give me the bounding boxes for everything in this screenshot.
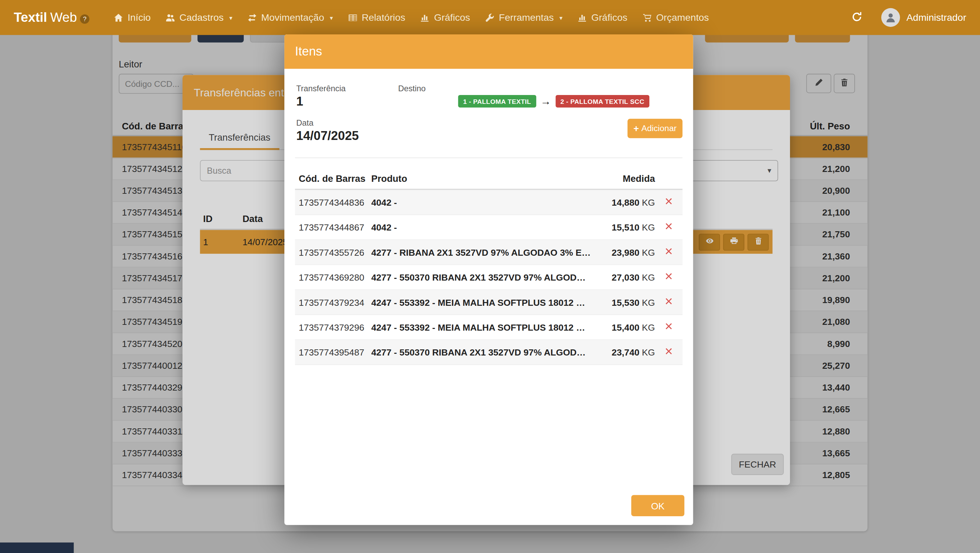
- user-name: Administrador: [907, 12, 966, 23]
- nav-label: Movimentação: [261, 12, 324, 23]
- nav-item-graficos-1[interactable]: Gráficos: [415, 7, 476, 28]
- chart-icon: [578, 13, 587, 22]
- nav-label: Cadastros: [180, 12, 224, 23]
- item-row: 1735774344867 4042 - 15,510KG: [295, 215, 682, 240]
- divider: [295, 158, 682, 158]
- nav-item-orcamentos[interactable]: Orçamentos: [637, 7, 714, 28]
- remove-item-button[interactable]: [655, 272, 683, 282]
- app-root: Leitor s Cód. de Barras Últ. Peso 173577…: [0, 0, 980, 553]
- remove-item-button[interactable]: [655, 297, 683, 307]
- x-icon: [665, 197, 673, 207]
- item-row: 1735774395487 4277 - 550370 RIBANA 2X1 3…: [295, 340, 682, 365]
- nav-right-cluster: Administrador: [848, 8, 966, 27]
- nav-label: Gráficos: [592, 12, 628, 23]
- avatar: [881, 8, 900, 27]
- nav-item-ferramentas[interactable]: Ferramentas ▾: [479, 7, 568, 28]
- nav-item-cadastros[interactable]: Cadastros ▾: [160, 7, 238, 28]
- itens-modal-header: Itens: [284, 34, 693, 69]
- cart-icon: [643, 13, 652, 22]
- brand-light: Web: [50, 10, 77, 25]
- itens-modal-title: Itens: [295, 44, 322, 59]
- nav-label: Orçamentos: [656, 12, 709, 23]
- col-barcode: Cód. de Barras: [299, 173, 371, 184]
- remove-item-button[interactable]: [655, 322, 683, 332]
- origin-badge: 1 - PALLOMA TEXTIL: [458, 95, 536, 108]
- top-navbar: TextilWeb ? Início Cadastros ▾ Movimenta…: [0, 0, 980, 35]
- data-value: 14/07/2025: [296, 129, 359, 143]
- adicionar-button[interactable]: + Adicionar: [628, 119, 683, 138]
- destino-badges: 1 - PALLOMA TEXTIL → 2 - PALLOMA TEXTIL …: [458, 95, 649, 108]
- x-icon: [665, 323, 673, 332]
- nav-label: Ferramentas: [499, 12, 554, 23]
- item-row: 1735774344836 4042 - 14,880KG: [295, 190, 682, 215]
- transferencia-label: Transferência: [296, 84, 345, 93]
- refresh-button[interactable]: [848, 10, 867, 24]
- item-row: 1735774355726 4277 - RIBANA 2X1 3527VD 9…: [295, 240, 682, 265]
- item-row: 1735774379296 4247 - 553392 - MEIA MALHA…: [295, 315, 682, 340]
- chart-icon: [420, 13, 430, 22]
- remove-item-button[interactable]: [655, 347, 683, 358]
- col-measure: Medida: [602, 173, 655, 184]
- help-icon[interactable]: ?: [80, 14, 89, 24]
- exchange-icon: [248, 13, 257, 22]
- itens-table: Cód. de Barras Produto Medida 1735774344…: [295, 167, 682, 365]
- nav-item-relatorios[interactable]: Relatórios: [342, 7, 410, 28]
- adicionar-label: Adicionar: [641, 124, 676, 133]
- data-label: Data: [296, 118, 313, 128]
- itens-table-header: Cód. de Barras Produto Medida: [295, 167, 682, 190]
- x-icon: [665, 222, 673, 232]
- wrench-icon: [485, 13, 495, 22]
- destino-label: Destino: [398, 84, 426, 93]
- refresh-icon: [852, 11, 863, 24]
- caret-down-icon: ▾: [329, 14, 332, 21]
- nav-label: Gráficos: [434, 12, 470, 23]
- user-menu[interactable]: Administrador: [881, 8, 966, 27]
- plus-icon: +: [633, 123, 639, 134]
- x-icon: [665, 298, 673, 307]
- ok-button[interactable]: OK: [631, 495, 684, 516]
- users-icon: [166, 13, 175, 22]
- remove-item-button[interactable]: [655, 197, 683, 207]
- nav-label: Início: [128, 12, 151, 23]
- home-icon: [114, 13, 123, 22]
- nav-menu: Início Cadastros ▾ Movimentação ▾ Relató…: [108, 7, 715, 28]
- caret-down-icon: ▾: [560, 14, 563, 21]
- x-icon: [665, 272, 673, 282]
- nav-item-movimentacao[interactable]: Movimentação ▾: [242, 7, 339, 28]
- itens-rows: 1735774344836 4042 - 14,880KG 1735774344…: [295, 190, 682, 365]
- itens-modal: Itens Transferência 1 Destino 1 - PALLOM…: [284, 34, 693, 525]
- nav-item-graficos-2[interactable]: Gráficos: [572, 7, 633, 28]
- brand-bold: Textil: [14, 10, 47, 25]
- remove-item-button[interactable]: [655, 247, 683, 257]
- item-row: 1735774369280 4277 - 550370 RIBANA 2X1 3…: [295, 265, 682, 290]
- item-row: 1735774379234 4247 - 553392 - MEIA MALHA…: [295, 290, 682, 315]
- caret-down-icon: ▾: [229, 14, 232, 21]
- nav-label: Relatórios: [362, 12, 405, 23]
- brand-logo[interactable]: TextilWeb ?: [14, 10, 89, 25]
- itens-modal-body: Transferência 1 Destino 1 - PALLOMA TEXT…: [284, 69, 693, 525]
- destination-badge: 2 - PALLOMA TEXTIL SCC: [555, 95, 649, 108]
- col-product: Produto: [371, 173, 602, 184]
- report-icon: [348, 13, 358, 22]
- transferencia-value: 1: [296, 94, 303, 109]
- remove-item-button[interactable]: [655, 222, 683, 233]
- x-icon: [665, 348, 673, 357]
- nav-item-inicio[interactable]: Início: [108, 7, 156, 28]
- arrow-right-icon: →: [540, 96, 551, 106]
- x-icon: [665, 248, 673, 257]
